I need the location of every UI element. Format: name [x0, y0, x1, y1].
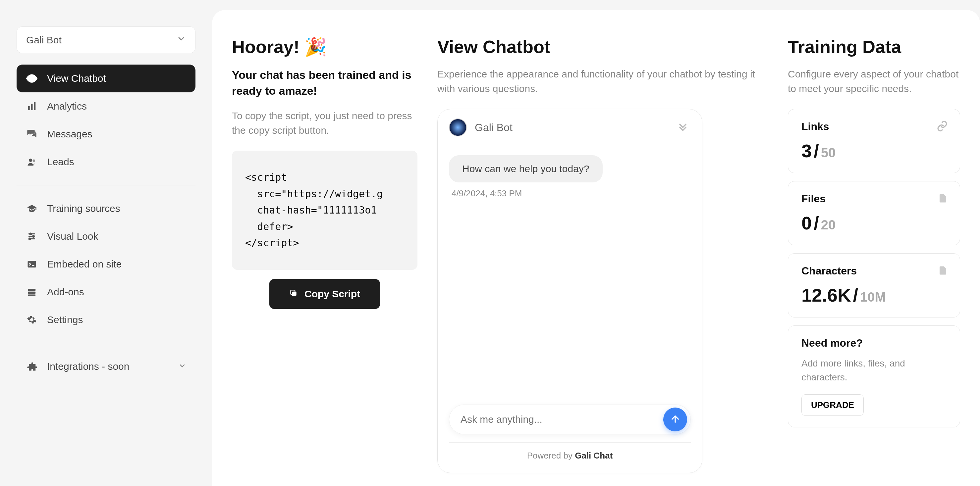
hooray-subhead: Your chat has been trained and is ready …: [232, 67, 417, 98]
chat-input-wrapper: [449, 405, 691, 434]
characters-value-row: 12.6K / 10M: [802, 284, 947, 306]
chevron-down-icon: [178, 361, 186, 372]
links-label: Links: [802, 121, 947, 133]
svg-rect-3: [34, 102, 35, 110]
bar-chart-icon: [26, 100, 38, 112]
nav-settings[interactable]: Settings: [17, 306, 196, 334]
nav-divider: [17, 185, 196, 186]
files-label: Files: [802, 193, 947, 205]
chat-powered-by: Powered by Gali Chat: [449, 442, 691, 473]
characters-value: 12.6K: [802, 284, 851, 306]
chat-body: How can we help you today? 4/9/2024, 4:5…: [438, 146, 702, 398]
arrow-up-icon: [670, 414, 681, 426]
nav-add-ons[interactable]: Add-ons: [17, 278, 196, 306]
nav-label: Analytics: [47, 101, 87, 112]
svg-rect-15: [28, 295, 36, 296]
puzzle-icon: [26, 361, 38, 372]
copy-note: To copy the script, you just need to pre…: [232, 109, 417, 137]
need-more-text: Add more links, files, and characters.: [802, 357, 947, 384]
nav-label: Training sources: [47, 203, 120, 214]
nav-embed-on-site[interactable]: Embeded on site: [17, 250, 196, 278]
need-more-title: Need more?: [802, 337, 947, 349]
view-chatbot-desc: Experience the appearance and functional…: [438, 67, 768, 96]
need-more-card: Need more? Add more links, files, and ch…: [788, 326, 960, 427]
bot-welcome-bubble: How can we help you today?: [449, 155, 603, 183]
characters-label: Characters: [802, 265, 947, 277]
view-chatbot-heading: View Chatbot: [438, 37, 768, 57]
links-limit: 50: [821, 145, 836, 160]
embed-script-code: <script src="https://widget.g chat-hash=…: [232, 151, 417, 270]
chevron-double-down-icon[interactable]: [677, 121, 689, 134]
nav-view-chatbot[interactable]: View Chatbot: [17, 65, 196, 92]
svg-rect-14: [28, 292, 36, 294]
copy-script-button[interactable]: Copy Script: [269, 279, 380, 309]
eye-icon: [26, 73, 38, 84]
copy-script-label: Copy Script: [304, 288, 360, 300]
upgrade-button[interactable]: UPGRADE: [802, 394, 864, 416]
svg-point-7: [30, 233, 32, 235]
nav-visual-look[interactable]: Visual Look: [17, 222, 196, 250]
links-value-row: 3 / 50: [802, 140, 947, 162]
message-timestamp: 4/9/2024, 4:53 PM: [452, 188, 691, 199]
links-value: 3: [802, 140, 812, 162]
characters-limit: 10M: [860, 290, 886, 305]
sliders-icon: [26, 230, 38, 242]
send-button[interactable]: [663, 408, 687, 431]
nav-training-sources[interactable]: Training sources: [17, 195, 196, 222]
nav-label: Integrations - soon: [47, 361, 169, 372]
main-content: Hooray! 🎉 Your chat has been trained and…: [212, 10, 980, 486]
view-chatbot-panel: View Chatbot Experience the appearance a…: [438, 37, 768, 459]
terminal-icon: [26, 258, 38, 270]
svg-rect-16: [292, 291, 296, 295]
svg-rect-2: [31, 104, 33, 110]
files-value-row: 0 / 20: [802, 212, 947, 234]
bot-avatar: [449, 119, 467, 137]
chat-header: Gali Bot: [438, 109, 702, 146]
nav-label: Embeded on site: [47, 259, 122, 270]
messages-icon: [26, 128, 38, 140]
nav-label: Settings: [47, 314, 83, 326]
svg-point-4: [29, 159, 32, 162]
bot-selector[interactable]: Gali Bot: [17, 27, 196, 53]
nav-label: Leads: [47, 156, 74, 168]
nav-label: View Chatbot: [47, 73, 106, 84]
copy-icon: [289, 288, 298, 300]
nav-analytics[interactable]: Analytics: [17, 92, 196, 120]
files-value: 0: [802, 212, 812, 234]
links-card[interactable]: Links 3 / 50: [788, 109, 960, 173]
users-icon: [26, 156, 38, 168]
chevron-down-icon: [177, 34, 186, 46]
training-data-heading: Training Data: [788, 37, 960, 57]
nav-integrations[interactable]: Integrations - soon: [17, 353, 196, 380]
powered-name: Gali Chat: [575, 451, 612, 461]
sidebar: Gali Bot View Chatbot Analytics Messages: [0, 0, 212, 486]
training-data-desc: Configure every aspect of your chatbot t…: [788, 67, 960, 96]
hooray-panel: Hooray! 🎉 Your chat has been trained and…: [232, 37, 417, 459]
hooray-heading: Hooray! 🎉: [232, 37, 417, 57]
svg-point-11: [29, 238, 30, 240]
bot-selector-label: Gali Bot: [26, 35, 62, 46]
nav-leads[interactable]: Leads: [17, 148, 196, 176]
nav-messages[interactable]: Messages: [17, 120, 196, 148]
svg-rect-12: [28, 261, 36, 267]
svg-point-0: [30, 77, 33, 80]
chat-bot-name: Gali Bot: [475, 122, 512, 134]
characters-card[interactable]: Characters 12.6K / 10M: [788, 253, 960, 318]
file-icon: [938, 265, 948, 278]
files-limit: 20: [821, 218, 836, 232]
chatbot-preview-card: Gali Bot How can we help you today? 4/9/…: [438, 109, 702, 473]
chat-input-row: [438, 398, 702, 438]
files-card[interactable]: Files 0 / 20: [788, 181, 960, 245]
chat-input[interactable]: [460, 414, 658, 425]
nav-divider: [17, 343, 196, 343]
svg-point-9: [33, 236, 35, 237]
graduation-cap-icon: [26, 203, 38, 214]
svg-rect-13: [28, 289, 36, 291]
svg-point-5: [33, 160, 35, 162]
gear-icon: [26, 314, 38, 326]
link-icon: [937, 121, 948, 133]
powered-prefix: Powered by: [527, 451, 575, 461]
training-data-panel: Training Data Configure every aspect of …: [788, 37, 960, 459]
nav-label: Visual Look: [47, 231, 99, 242]
nav-label: Messages: [47, 129, 92, 140]
